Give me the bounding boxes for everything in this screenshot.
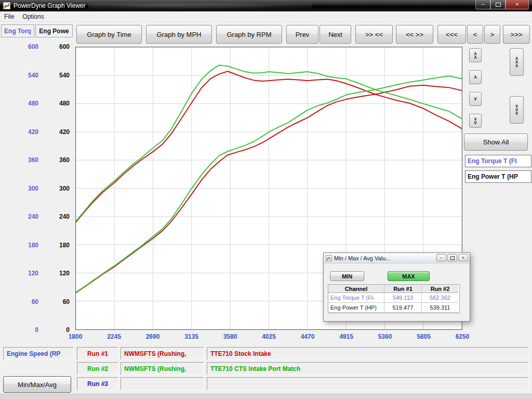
menu-options[interactable]: Options [18,12,48,21]
col-header-channel: Channel [328,285,384,293]
y-scroll-down-double-button[interactable]: ∨ ∨ [469,114,482,128]
window-controls: − × [475,0,529,9]
minmax-header-row: Channel Run #1 Run #2 [328,285,459,293]
y-tick-power-60: 60 [44,298,70,305]
y-tick-torque-480: 480 [12,100,38,107]
y-tick-torque-300: 300 [12,185,38,192]
maximize-button[interactable] [490,0,506,9]
tab-eng-torque-axis[interactable]: Eng Torq [1,24,34,37]
y-scale-down-triple-button[interactable]: ∨ ∨ ∨ [510,96,524,124]
y-tick-power-600: 600 [44,43,70,50]
window-title: PowerDyne Graph Viewer [14,2,86,9]
menubar: File Options [0,11,532,22]
x-tick-2245: 2245 [99,333,130,340]
col-header-run1[interactable]: Run #1 [384,285,422,293]
scroll-far-right-button[interactable]: >>> [503,25,530,44]
run2-operator-field: NWMSFTS (Rushing, [121,362,204,375]
minmax-titlebar[interactable]: Min / Max / Avg Valu... − × [324,253,470,263]
x-tick-6250: 6250 [447,333,478,340]
x-tick-4025: 4025 [254,333,285,340]
graph-by-time-button[interactable]: Graph by Time [76,25,142,44]
window-bottom-edge [0,394,532,399]
restore-icon [496,3,501,7]
restore-icon [450,256,455,260]
y-scale-up-triple-button[interactable]: ∧ ∧ ∧ [510,48,524,76]
y-tick-power-120: 120 [44,270,70,277]
run1-operator-field: NWMSFTS (Rushing, [121,347,204,360]
zoom-out-x-button[interactable]: << >> [396,25,433,44]
run1-label: Run #1 [77,347,118,360]
minimize-button[interactable]: − [475,0,490,9]
y-tick-torque-420: 420 [12,128,38,136]
y-tick-torque-240: 240 [12,213,38,220]
x-tick-3135: 3135 [176,333,207,340]
table-row-torque: Eng Torque T (Ft- 549.113 562.362 [328,293,459,303]
cell-torque-run1-max: 549.113 [384,293,422,303]
minmax-close-button[interactable]: × [458,254,468,261]
titlebar[interactable]: PowerDyne Graph Viewer − × [0,0,532,11]
next-button[interactable]: Next [320,25,351,44]
y-tick-torque-60: 60 [12,298,38,305]
minmaxavg-button[interactable]: Min/Max/Avg [3,376,71,393]
zoom-in-x-button[interactable]: >> << [355,25,393,44]
y-tick-power-180: 180 [44,242,70,249]
x-tick-3580: 3580 [215,333,246,340]
minmax-restore-button[interactable] [447,254,457,261]
chevron-down-icon: ∨ [515,112,518,115]
chevron-up-icon: ∧ [474,56,477,59]
max-toggle-button[interactable]: MAX [388,271,430,281]
close-icon: × [515,2,518,7]
minimize-icon: − [481,2,484,7]
table-row-power: Eng Power T (HP) 519.477 539.311 [328,303,459,313]
titlebar-glass-reflection [88,1,312,10]
y-scroll-up-button[interactable]: ∧ [469,70,482,84]
col-header-run2[interactable]: Run #2 [422,285,458,293]
graph-by-rpm-button[interactable]: Graph by RPM [216,25,282,44]
cell-torque-run2-max: 562.362 [422,293,458,303]
cell-power-run1-max: 519.477 [384,303,422,313]
minmax-window: Min / Max / Avg Valu... − × MIN MAX Chan… [323,252,470,322]
legend-eng-torque[interactable]: Eng Torque T (Ft [465,155,531,167]
y-tick-power-480: 480 [44,100,70,107]
y-scroll-up-double-button[interactable]: ∧ ∧ [469,48,482,62]
y-tick-torque-600: 600 [12,43,38,50]
graph-by-mph-button[interactable]: Graph by MPH [146,25,212,44]
scroll-left-button[interactable]: < [467,25,483,44]
show-all-button[interactable]: Show All [464,134,528,151]
y-tick-torque-540: 540 [12,72,38,79]
x-tick-1800: 1800 [60,333,91,340]
minmax-window-controls: − × [436,254,468,261]
chevron-down-icon: ∨ [474,121,477,125]
y-tick-power-300: 300 [44,185,70,192]
x-axis-channel-field[interactable]: Engine Speed (RP [3,347,74,360]
minmax-minimize-button[interactable]: − [436,254,446,261]
min-toggle-button[interactable]: MIN [330,271,364,281]
chevron-down-icon: ∨ [474,97,477,101]
y-tick-power-360: 360 [44,156,70,164]
y-tick-torque-0: 0 [12,326,38,334]
y-tick-power-0: 0 [44,326,70,334]
cell-power-channel: Eng Power T (HP) [328,303,384,313]
app-window: PowerDyne Graph Viewer − × File Options … [0,0,532,399]
y-scroll-down-button[interactable]: ∨ [469,92,482,106]
menu-file[interactable]: File [0,12,18,21]
close-icon: × [462,256,464,260]
scroll-right-button[interactable]: > [484,25,500,44]
cell-torque-channel: Eng Torque T (Ft- [328,293,384,303]
legend-eng-power[interactable]: Eng Power T (HP [465,170,531,183]
prev-button[interactable]: Prev [286,25,318,44]
run3-description-field [207,377,528,390]
x-tick-4915: 4915 [331,333,362,340]
x-tick-5360: 5360 [369,333,401,340]
run1-description-field: TTE710 Stock Intake [207,347,528,360]
y-tick-torque-180: 180 [12,242,38,249]
chevron-up-icon: ∧ [474,75,477,79]
run2-description-field: TTE710 CTS Intake Port Match [207,362,528,375]
minimize-icon: − [440,256,443,260]
app-icon [3,2,10,9]
scroll-far-left-button[interactable]: <<< [437,25,466,44]
close-button[interactable]: × [506,0,529,9]
run3-operator-field [121,377,204,390]
x-tick-2690: 2690 [137,333,168,340]
tab-eng-power-axis[interactable]: Eng Powe [35,24,73,37]
